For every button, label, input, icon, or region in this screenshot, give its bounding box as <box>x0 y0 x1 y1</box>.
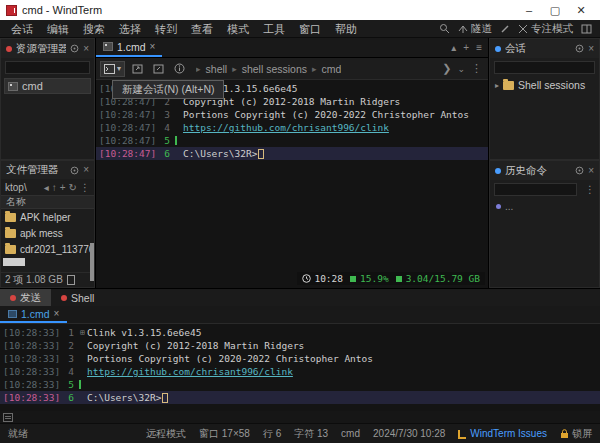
right-sidebar: 会话 × ▸ Shell sessions 历史命令 <box>488 38 600 288</box>
note-icon[interactable] <box>3 413 13 422</box>
history-header: 历史命令 × <box>490 161 599 180</box>
toolbar-more-icon[interactable]: ⋮ <box>471 62 482 75</box>
new-session-button[interactable]: ▾ <box>100 61 125 77</box>
partial-file-row[interactable] <box>3 258 25 266</box>
tree-expand-icon[interactable]: ▸ <box>495 81 499 90</box>
history-close-icon[interactable]: × <box>588 166 594 176</box>
minimize-button[interactable]: – <box>516 1 542 19</box>
path-text[interactable]: ktop\ <box>5 182 27 193</box>
menu-help[interactable]: 帮助 <box>328 20 364 38</box>
terminal-link[interactable]: https://github.com/chrisant996/clink <box>183 122 389 133</box>
main-toolbar: ▾ ▸ shell ▸ shell sessions ▸ cmd ❯ ⌄ ⋮ <box>96 58 488 80</box>
bottom-footer <box>0 411 600 423</box>
tree-item-shell-sessions[interactable]: ▸ Shell sessions <box>490 76 599 94</box>
fold-icon[interactable]: ⊞ <box>78 328 87 337</box>
menu-session[interactable]: 会话 <box>4 20 40 38</box>
focus-mode-button[interactable]: 专注模式 <box>518 22 573 36</box>
clock-time: 10:28 <box>314 273 343 284</box>
main-terminal[interactable]: [10:28:47] 1 Clink v1.3.15.6e6e45 [10:28… <box>96 80 488 288</box>
menu-window[interactable]: 窗口 <box>292 20 328 38</box>
menu-edit[interactable]: 编辑 <box>40 20 76 38</box>
terminal-link[interactable]: https://github.com/chrisant996/clink <box>87 366 293 377</box>
history-target-icon[interactable] <box>575 166 584 175</box>
open-session-icon[interactable] <box>129 62 146 76</box>
sessions-title: 会话 <box>505 42 526 56</box>
run-icon[interactable]: ❯ <box>442 62 451 75</box>
tab-1cmd[interactable]: 1.cmd × <box>96 38 162 57</box>
file-row[interactable]: cdr2021_113776 <box>1 241 94 257</box>
history-item[interactable]: ... <box>490 198 599 215</box>
status-window-size[interactable]: 窗口 17×58 <box>199 427 250 441</box>
tab-send[interactable]: 发送 <box>0 289 51 306</box>
new-tab-icon[interactable]: + <box>463 42 469 53</box>
windterm-app: cmd - WindTerm – ▢ ✕ 会话 编辑 搜索 选择 转到 查看 模… <box>0 0 600 443</box>
subtab-1cmd[interactable]: 1.cmd × <box>0 306 67 323</box>
history-more-icon[interactable]: ⋮ <box>581 184 599 195</box>
duplicate-session-icon[interactable] <box>150 62 167 76</box>
sessions-filter-input[interactable] <box>494 61 595 74</box>
history-dot-icon <box>495 168 501 174</box>
layout-icon[interactable] <box>581 24 592 34</box>
tab-close-icon[interactable]: × <box>150 41 156 52</box>
status-line[interactable]: 行 6 <box>263 427 281 441</box>
windterm-issues-link[interactable]: WindTerm Issues <box>458 428 547 439</box>
subtab-close-icon[interactable]: × <box>54 308 60 319</box>
back-icon[interactable]: ◂ <box>44 182 49 193</box>
tab-menu-icon[interactable]: ≡ <box>476 42 482 53</box>
history-filter-input[interactable] <box>494 183 577 196</box>
terminal-prompt-line: [10:28:47] 6 C:\Users\32R> <box>96 147 488 160</box>
lock-icon <box>560 429 569 439</box>
line-number: 3 <box>154 109 170 120</box>
file-manager-target-icon[interactable] <box>70 166 79 175</box>
status-mode[interactable]: 远程模式 <box>146 427 186 441</box>
menu-select[interactable]: 选择 <box>112 20 148 38</box>
menu-view[interactable]: 查看 <box>184 20 220 38</box>
breadcrumb-root[interactable]: shell <box>206 63 228 75</box>
change-marker <box>175 136 177 145</box>
explorer-item-cmd[interactable]: cmd <box>4 78 91 94</box>
explorer-target-icon[interactable] <box>70 44 79 53</box>
explorer-title: 资源管理器 <box>16 42 66 56</box>
sessions-target-icon[interactable] <box>575 44 584 53</box>
maximize-button[interactable]: ▢ <box>542 1 568 19</box>
file-manager-close-icon[interactable]: × <box>83 165 89 175</box>
close-button[interactable]: ✕ <box>568 1 594 19</box>
info-icon[interactable] <box>171 61 188 76</box>
terminal-line: [10:28:47] 3 Portions Copyright (c) 2020… <box>96 108 488 121</box>
add-folder-icon[interactable]: + <box>60 182 66 193</box>
file-row[interactable]: APK helper <box>1 209 94 225</box>
up-icon[interactable]: ↑ <box>52 182 57 193</box>
expand-icon[interactable]: ⌄ <box>457 64 465 74</box>
status-char[interactable]: 字符 13 <box>294 427 328 441</box>
sessions-close-icon[interactable]: × <box>588 44 594 54</box>
name-column-header[interactable]: 名称 <box>1 195 94 209</box>
tunnel-button[interactable]: 隧道 <box>458 22 492 36</box>
menu-goto[interactable]: 转到 <box>148 20 184 38</box>
breadcrumb-group[interactable]: shell sessions <box>242 63 307 75</box>
breadcrumb-leaf[interactable]: cmd <box>322 63 342 75</box>
file-row[interactable]: apk mess <box>1 225 94 241</box>
refresh-icon[interactable]: ↻ <box>69 182 77 193</box>
menu-search[interactable]: 搜索 <box>76 20 112 38</box>
file-list-scrollbar[interactable] <box>90 243 94 281</box>
dropdown-arrow-icon: ▾ <box>117 64 121 73</box>
tab-shell[interactable]: Shell <box>51 289 104 306</box>
pin-tab-icon[interactable]: ▴ <box>451 42 456 53</box>
lock-screen-button[interactable]: 锁屏 <box>560 427 592 441</box>
terminal-line: [10:28:33] 3 Portions Copyright (c) 2020… <box>0 352 600 365</box>
pen-icon[interactable] <box>500 24 510 34</box>
status-shell-type[interactable]: cmd <box>341 428 360 439</box>
menu-mode[interactable]: 模式 <box>220 20 256 38</box>
menu-tools[interactable]: 工具 <box>256 20 292 38</box>
search-icon[interactable] <box>439 23 450 34</box>
sessions-dot-icon <box>495 46 501 52</box>
more-icon[interactable]: ⋮ <box>80 182 90 193</box>
explorer-filter-input[interactable] <box>5 61 90 74</box>
status-datetime: 2024/7/30 10:28 <box>373 428 445 439</box>
bottom-terminal[interactable]: [10:28:33] 1 ⊞ Clink v1.3.15.6e6e45 [10:… <box>0 324 600 411</box>
folder-name: apk mess <box>20 228 63 239</box>
file-list: APK helper apk mess cdr2021_113776 <box>1 209 94 272</box>
history-item-label: ... <box>505 201 513 212</box>
tree-item-label: Shell sessions <box>518 79 585 91</box>
explorer-close-icon[interactable]: × <box>83 44 89 54</box>
